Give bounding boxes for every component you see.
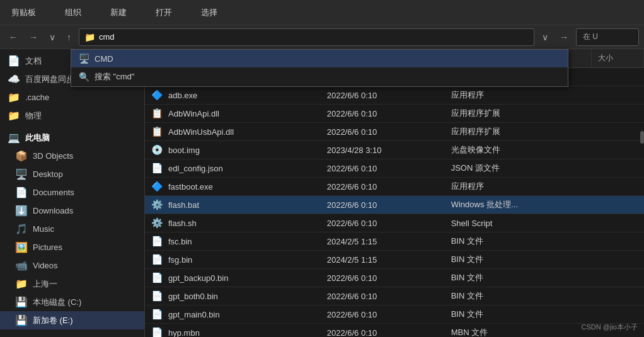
file-date: 2022/6/6 0:10	[321, 287, 445, 306]
toolbar: 剪贴板 组织 新建 打开 选择	[0, 0, 644, 25]
table-row[interactable]: 📄 edl_config.json 2022/6/6 0:10JSON 源文件	[145, 159, 644, 178]
toolbar-new[interactable]: 新建	[105, 4, 132, 21]
table-row[interactable]: 🔷 adb.exe 2022/6/6 0:10应用程序	[145, 86, 644, 105]
file-name: flash.bat	[168, 200, 199, 210]
toolbar-open[interactable]: 打开	[151, 4, 177, 21]
search-icon: 🔍	[79, 72, 89, 82]
dropdown-button[interactable]: ∨	[45, 30, 59, 45]
file-type: 应用程序	[445, 86, 592, 105]
sidebar-item-my-documents[interactable]: 📄 Documents	[0, 183, 144, 202]
file-icon: 📄	[151, 163, 163, 174]
search-box[interactable]: 在 U	[576, 28, 639, 46]
file-icon: 📋	[151, 126, 163, 137]
file-type: BIN 文件	[445, 232, 592, 251]
table-row[interactable]: ⚙️ flash.sh 2022/6/6 0:10Shell Script	[145, 214, 644, 232]
up-button[interactable]: ↑	[63, 30, 75, 45]
table-row[interactable]: 📋 AdbWinUsbApi.dll 2022/6/6 0:10应用程序扩展	[145, 123, 644, 141]
autocomplete-item-cmd[interactable]: 🖥️ CMD	[71, 50, 568, 67]
file-date: 2023/4/28 3:10	[321, 141, 445, 159]
sidebar-item-this-pc[interactable]: 💻 此电脑	[0, 129, 144, 147]
file-size	[591, 196, 643, 214]
col-size[interactable]: 大小	[591, 49, 643, 68]
toolbar-organize[interactable]: 组织	[60, 4, 86, 21]
resize-handle[interactable]	[640, 131, 644, 144]
sidebar-item-local-c[interactable]: 💾 本地磁盘 (C:)	[0, 293, 144, 311]
file-date: 2022/6/6 0:10	[321, 105, 445, 123]
back-button[interactable]: ←	[5, 30, 21, 45]
table-row[interactable]: 📄 gpt_backup0.bin 2022/6/6 0:10BIN 文件	[145, 269, 644, 287]
table-row[interactable]: ⚙️ flash.bat 2022/6/6 0:10Windows 批处理...	[145, 196, 644, 214]
file-name: gpt_backup0.bin	[168, 273, 228, 283]
sidebar-label-downloads: Downloads	[33, 206, 73, 215]
sidebar-item-physics[interactable]: 📁 物理	[0, 106, 144, 125]
sidebar-label-music: Music	[33, 224, 54, 234]
file-name: AdbWinApi.dll	[168, 109, 219, 118]
file-date: 2022/6/6 0:10	[321, 123, 445, 141]
file-type: Windows 批处理...	[445, 196, 592, 214]
table-row[interactable]: 📄 fsg.bin 2024/2/5 1:15BIN 文件	[145, 251, 644, 269]
sidebar-item-downloads[interactable]: ⬇️ Downloads	[0, 202, 144, 220]
file-icon: ⚙️	[151, 217, 163, 229]
autocomplete-item-search[interactable]: 🔍 搜索 "cmd"	[71, 67, 568, 86]
file-size	[591, 123, 643, 141]
my-documents-icon: 📄	[15, 186, 28, 198]
sidebar-item-new-e[interactable]: 💾 新加卷 (E:)	[0, 311, 144, 329]
file-name: fastboot.exe	[168, 182, 213, 191]
file-size	[591, 105, 643, 123]
table-row[interactable]: 📄 hyp.mbn 2022/6/6 0:10MBN 文件	[145, 324, 644, 338]
table-row[interactable]: 💿 boot.img 2023/4/28 3:10光盘映像文件	[145, 141, 644, 159]
file-name: adb.exe	[168, 91, 197, 100]
file-icon: 📄	[151, 254, 163, 265]
file-icon: 💿	[151, 144, 163, 156]
sidebar-item-3d-objects[interactable]: 📦 3D Objects	[0, 147, 144, 165]
sidebar-item-desktop[interactable]: 🖥️ Desktop	[0, 165, 144, 183]
sidebar-item-music[interactable]: 🎵 Music	[0, 220, 144, 238]
address-forward[interactable]: →	[556, 30, 572, 45]
file-size	[591, 287, 643, 306]
sidebar-label-shanghai: 上海一	[33, 278, 57, 290]
file-size	[591, 306, 643, 324]
local-c-icon: 💾	[15, 296, 28, 308]
file-type: JSON 源文件	[445, 159, 592, 178]
address-chevron[interactable]: ∨	[538, 30, 552, 45]
table-row[interactable]: 📄 fsc.bin 2024/2/5 1:15BIN 文件	[145, 232, 644, 251]
table-row[interactable]: 📄 gpt_both0.bin 2022/6/6 0:10BIN 文件	[145, 287, 644, 306]
sidebar-item-shanghai[interactable]: 📁 上海一	[0, 275, 144, 293]
file-type: BIN 文件	[445, 287, 592, 306]
file-name: flash.sh	[168, 219, 197, 228]
sidebar-item-videos[interactable]: 📹 Videos	[0, 256, 144, 275]
sidebar-label-desktop: Desktop	[33, 169, 63, 179]
cache-icon: 📁	[8, 91, 20, 103]
sidebar-label-my-documents: Documents	[33, 188, 74, 197]
address-input-wrapper[interactable]: 📁	[79, 28, 534, 46]
address-input[interactable]	[99, 32, 529, 42]
content-area: 名称 修改日期 类型 大小 📄 aboot.bin 2022/6/6 0:10B…	[145, 49, 644, 337]
file-size	[591, 214, 643, 232]
autocomplete-dropdown: 🖥️ CMD 🔍 搜索 "cmd"	[71, 49, 568, 87]
watermark: CSDN @jio本小子	[582, 323, 638, 332]
file-type: Shell Script	[445, 214, 592, 232]
sidebar-label-local-c: 本地磁盘 (C:)	[33, 297, 81, 308]
file-size	[591, 159, 643, 178]
file-size	[591, 178, 643, 196]
main-layout: 📄 文档 ☁️ 百度网盘同步空间... 📁 .cache 📁 物理 💻 此电脑 …	[0, 49, 644, 337]
sidebar-item-cache[interactable]: 📁 .cache	[0, 88, 144, 106]
file-date: 2022/6/6 0:10	[321, 178, 445, 196]
folder-icon: 📁	[84, 32, 95, 42]
file-type: MBN 文件	[445, 324, 592, 338]
sidebar-item-pictures[interactable]: 🖼️ Pictures	[0, 238, 144, 256]
file-icon: 📄	[151, 236, 163, 247]
toolbar-clipboard[interactable]: 剪贴板	[6, 4, 41, 21]
forward-button[interactable]: →	[25, 30, 42, 45]
file-date: 2022/6/6 0:10	[321, 324, 445, 338]
this-pc-icon: 💻	[8, 132, 20, 144]
table-row[interactable]: 🔷 fastboot.exe 2022/6/6 0:10应用程序	[145, 178, 644, 196]
file-type: 应用程序扩展	[445, 105, 592, 123]
table-row[interactable]: 📄 gpt_main0.bin 2022/6/6 0:10BIN 文件	[145, 306, 644, 324]
videos-icon: 📹	[15, 260, 28, 271]
toolbar-select[interactable]: 选择	[196, 4, 222, 21]
file-name: boot.img	[168, 146, 200, 155]
table-row[interactable]: 📋 AdbWinApi.dll 2022/6/6 0:10应用程序扩展	[145, 105, 644, 123]
3d-objects-icon: 📦	[15, 150, 28, 162]
file-date: 2024/2/5 1:15	[321, 232, 445, 251]
